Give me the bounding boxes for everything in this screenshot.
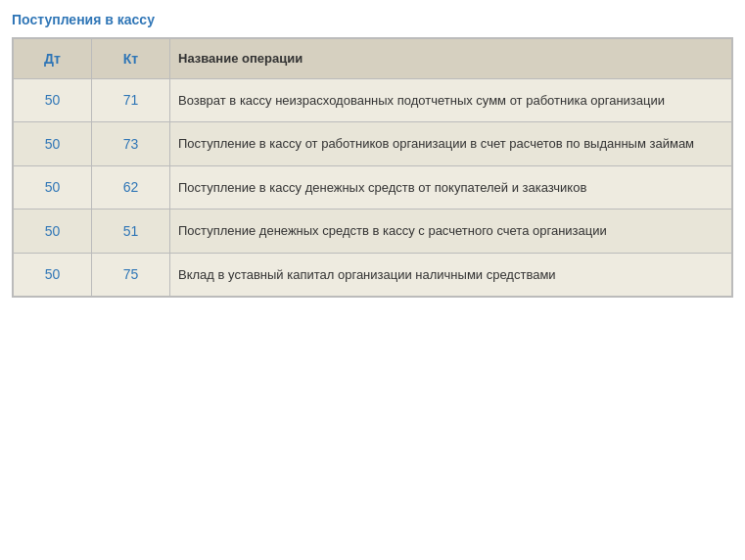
table-header-row: Дт Кт Название операции (14, 39, 732, 79)
table-row: 5051Поступление денежных средств в кассу… (14, 210, 732, 254)
cell-dt: 50 (14, 122, 92, 166)
cell-operation: Возврат в кассу неизрасходованных подотч… (170, 78, 732, 122)
table-body: 5071Возврат в кассу неизрасходованных по… (14, 78, 732, 297)
table-row: 5073Поступление в кассу от работников ор… (14, 122, 732, 166)
cell-dt: 50 (14, 210, 92, 254)
cell-operation: Поступление в кассу денежных средств от … (170, 165, 732, 210)
table-row: 5071Возврат в кассу неизрасходованных по… (14, 78, 732, 122)
page-title: Поступления в кассу (12, 12, 733, 27)
header-kt: Кт (92, 39, 170, 79)
cell-kt: 62 (92, 165, 170, 210)
cell-dt: 50 (14, 253, 92, 297)
table-row: 5062Поступление в кассу денежных средств… (14, 165, 732, 210)
operations-table: Дт Кт Название операции 5071Возврат в ка… (13, 38, 732, 297)
cell-kt: 75 (92, 253, 170, 297)
cell-kt: 51 (92, 210, 170, 254)
cell-operation: Поступление денежных средств в кассу с р… (170, 210, 732, 254)
cell-dt: 50 (14, 78, 92, 122)
header-operation: Название операции (170, 39, 732, 79)
cell-dt: 50 (14, 165, 92, 210)
cell-operation: Поступление в кассу от работников органи… (170, 122, 732, 166)
cell-kt: 71 (92, 78, 170, 122)
header-dt: Дт (14, 39, 92, 79)
cell-operation: Вклад в уставный капитал организации нал… (170, 253, 732, 297)
operations-table-wrapper: Дт Кт Название операции 5071Возврат в ка… (12, 37, 733, 298)
table-row: 5075Вклад в уставный капитал организации… (14, 253, 732, 297)
cell-kt: 73 (92, 122, 170, 166)
